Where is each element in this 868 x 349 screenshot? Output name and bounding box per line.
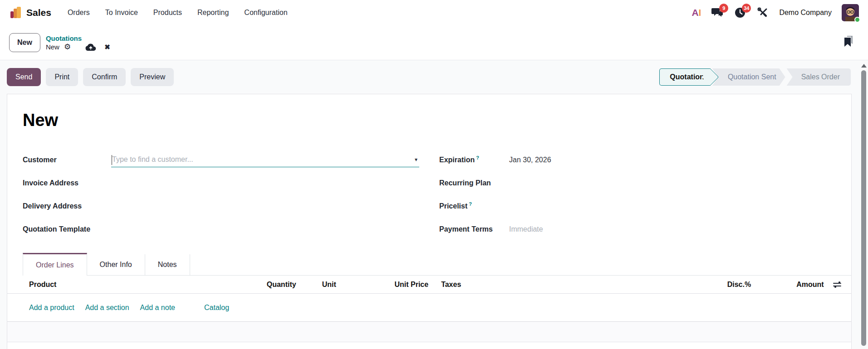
online-status-dot (854, 17, 860, 23)
expiration-label: Expiration? (439, 155, 509, 164)
navbar-right: AI 9 34 (691, 4, 859, 21)
tab-order-lines[interactable]: Order Lines (23, 253, 87, 276)
customer-field: ▾ (111, 153, 419, 167)
customer-label: Customer (23, 156, 111, 164)
breadcrumb-current: New (46, 43, 59, 51)
column-taxes[interactable]: Taxes (428, 281, 521, 289)
action-buttons: Send Print Confirm Preview (7, 68, 174, 86)
status-step-quotation[interactable]: Quotation (659, 68, 711, 86)
tab-notes[interactable]: Notes (145, 254, 190, 275)
delivery-address-row: Delivery Address (23, 194, 419, 218)
ai-icon[interactable]: AI (691, 7, 701, 18)
recurring-plan-label: Recurring Plan (439, 179, 509, 187)
form-right-column: Expiration? Jan 30, 2026 Recurring Plan … (439, 148, 845, 241)
favorite-bookmark-icon[interactable] (843, 35, 854, 50)
add-a-product-link[interactable]: Add a product (29, 304, 74, 312)
order-lines-links-row: Add a product Add a section Add a note C… (7, 294, 851, 322)
empty-order-line-row (7, 322, 851, 342)
settings-gear-icon[interactable]: ⚙ (64, 43, 71, 51)
form-sheet: New Customer ▾ (7, 94, 852, 349)
customer-field-row: Customer ▾ (23, 148, 419, 171)
column-product[interactable]: Product (29, 281, 241, 289)
customer-input[interactable] (111, 153, 419, 167)
column-unit-price[interactable]: Unit Price (363, 281, 428, 289)
pricelist-label: Pricelist? (439, 201, 509, 210)
optional-columns-icon[interactable] (824, 281, 851, 289)
column-amount[interactable]: Amount (751, 281, 824, 289)
pricelist-row: Pricelist? (439, 194, 845, 218)
send-button[interactable]: Send (7, 68, 41, 86)
customer-dropdown-caret-icon[interactable]: ▾ (415, 156, 417, 163)
text-cursor (112, 155, 112, 165)
main-menu: Orders To Invoice Products Reporting Con… (68, 9, 288, 17)
quotation-template-row: Quotation Template (23, 218, 419, 241)
expiration-row: Expiration? Jan 30, 2026 (439, 148, 845, 171)
menu-reporting[interactable]: Reporting (197, 9, 229, 17)
confirm-button[interactable]: Confirm (83, 68, 126, 86)
payment-terms-row: Payment Terms Immediate (439, 218, 845, 241)
wrench-screwdriver-icon (757, 7, 768, 18)
status-step-quotation-sent[interactable]: Quotation Sent (712, 68, 785, 86)
payment-terms-input[interactable]: Immediate (509, 225, 543, 233)
new-record-button[interactable]: New (9, 33, 40, 52)
add-a-section-link[interactable]: Add a section (85, 304, 129, 312)
column-discount[interactable]: Disc.% (707, 281, 751, 289)
form-left-column: Customer ▾ Invoice Address (23, 148, 419, 241)
scrollbar-thumb[interactable] (861, 70, 866, 346)
add-a-note-link[interactable]: Add a note (140, 304, 175, 312)
invoice-address-row: Invoice Address (23, 171, 419, 194)
status-pipeline: Quotation Quotation Sent Sales Order (659, 68, 851, 86)
expiration-value[interactable]: Jan 30, 2026 (509, 156, 551, 164)
breadcrumb-row: New Quotations New ⚙ ✖ (0, 25, 868, 60)
messages-icon[interactable]: 9 (711, 6, 724, 19)
breadcrumb-quotations-link[interactable]: Quotations (46, 34, 110, 42)
status-action-bar: Send Print Confirm Preview Quotation Quo… (0, 60, 868, 94)
unsaved-cloud-icon[interactable] (85, 43, 96, 51)
catalog-link[interactable]: Catalog (204, 304, 229, 312)
activities-icon[interactable]: 34 (734, 6, 746, 19)
expiration-help-icon[interactable]: ? (476, 155, 479, 160)
menu-products[interactable]: Products (153, 9, 182, 17)
quotation-template-label: Quotation Template (23, 225, 111, 233)
column-unit[interactable]: Unit (296, 281, 363, 289)
breadcrumb: Quotations New ⚙ ✖ (46, 34, 110, 51)
pricelist-help-icon[interactable]: ? (469, 201, 472, 207)
main-content-area: Send Print Confirm Preview Quotation Quo… (0, 60, 868, 349)
menu-to-invoice[interactable]: To Invoice (105, 9, 138, 17)
preview-button[interactable]: Preview (131, 68, 174, 86)
scrollbar-up-arrow[interactable] (861, 64, 867, 68)
delivery-address-label: Delivery Address (23, 202, 111, 210)
tab-other-info[interactable]: Other Info (87, 254, 145, 275)
sales-app-icon[interactable] (10, 7, 22, 19)
top-navbar: Sales Orders To Invoice Products Reporti… (0, 0, 868, 25)
column-quantity[interactable]: Quantity (241, 281, 296, 289)
odoo-sales-window: Sales Orders To Invoice Products Reporti… (0, 0, 868, 349)
app-name[interactable]: Sales (26, 7, 51, 18)
menu-configuration[interactable]: Configuration (244, 9, 287, 17)
messages-badge: 9 (719, 4, 728, 13)
menu-orders[interactable]: Orders (68, 9, 90, 17)
print-button[interactable]: Print (46, 68, 78, 86)
discard-close-icon[interactable]: ✖ (104, 44, 110, 50)
order-lines-header-row: Product Quantity Unit Unit Price Taxes D… (7, 276, 851, 294)
company-switcher[interactable]: Demo Company (779, 9, 832, 17)
notebook-tabs: Order Lines Other Info Notes (23, 253, 851, 276)
vertical-scrollbar (861, 64, 867, 346)
user-avatar[interactable] (842, 4, 859, 21)
debug-tools-icon[interactable] (756, 6, 769, 19)
invoice-address-label: Invoice Address (23, 179, 111, 187)
form-fields: Customer ▾ Invoice Address (23, 148, 845, 241)
recurring-plan-row: Recurring Plan (439, 171, 845, 194)
record-title[interactable]: New (23, 111, 851, 130)
activities-badge: 34 (742, 4, 751, 13)
status-step-sales-order[interactable]: Sales Order (787, 68, 851, 86)
payment-terms-label: Payment Terms (439, 225, 509, 233)
